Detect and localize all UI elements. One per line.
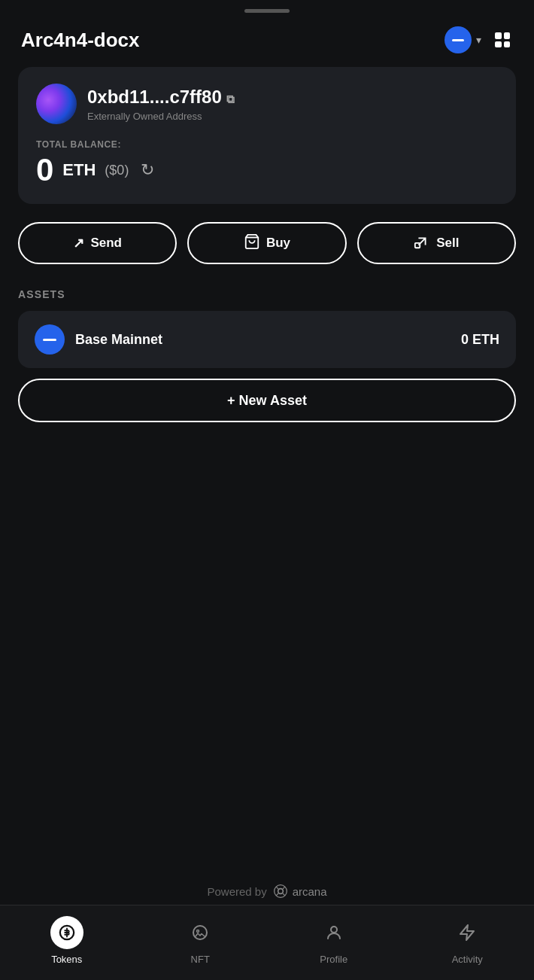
- svg-point-2: [278, 889, 283, 894]
- header: Arc4n4-docx ▾: [0, 19, 534, 67]
- profile-label: Profile: [320, 954, 347, 965]
- send-label: Send: [90, 236, 122, 251]
- qr-grid-button[interactable]: [492, 29, 513, 50]
- app-title: Arc4n4-docx: [21, 29, 140, 52]
- balance-value: 0: [36, 154, 53, 186]
- header-actions: ▾: [444, 26, 513, 53]
- assets-section: ASSETS Base Mainnet 0 ETH + New Asset: [0, 288, 534, 422]
- send-icon: ↗: [73, 235, 84, 251]
- asset-left: Base Mainnet: [35, 324, 162, 355]
- chevron-down-icon: ▾: [476, 34, 481, 46]
- action-buttons: ↗ Send Buy Sell: [0, 222, 534, 264]
- sell-button[interactable]: Sell: [357, 222, 516, 264]
- asset-item[interactable]: Base Mainnet 0 ETH: [18, 311, 516, 368]
- base-mainnet-icon: [35, 324, 65, 355]
- balance-label: TOTAL BALANCE:: [36, 139, 498, 150]
- balance-usd: ($0): [105, 163, 129, 178]
- buy-icon: [244, 233, 260, 254]
- wallet-top: 0xbd11....c7ff80 ⧉ Externally Owned Addr…: [36, 84, 498, 124]
- new-asset-button[interactable]: + New Asset: [18, 379, 516, 422]
- send-button[interactable]: ↗ Send: [18, 222, 177, 264]
- svg-point-6: [331, 927, 337, 933]
- nft-icon: [191, 924, 209, 942]
- nft-icon-wrap: [184, 916, 217, 949]
- profile-icon: [325, 924, 343, 942]
- arcana-icon: [273, 884, 288, 899]
- nav-item-activity[interactable]: Activity: [437, 916, 497, 965]
- nav-item-tokens[interactable]: Tokens: [37, 916, 97, 965]
- activity-icon: [458, 924, 476, 942]
- balance-unit: ETH: [62, 160, 96, 180]
- assets-label: ASSETS: [18, 288, 516, 300]
- powered-by-text: Powered by: [207, 885, 266, 898]
- profile-icon-wrap: [317, 916, 350, 949]
- arcana-brand: arcana: [293, 885, 327, 898]
- asset-balance: 0 ETH: [461, 332, 499, 348]
- nft-label: NFT: [191, 954, 210, 965]
- drag-handle: [0, 0, 534, 19]
- buy-label: Buy: [266, 236, 290, 251]
- bag-icon: [244, 233, 260, 250]
- svg-point-5: [197, 930, 199, 933]
- wallet-info: 0xbd11....c7ff80 ⧉ Externally Owned Addr…: [87, 87, 235, 122]
- copy-address-button[interactable]: ⧉: [226, 93, 235, 105]
- wallet-address-row: 0xbd11....c7ff80 ⧉: [87, 87, 235, 108]
- bottom-nav: Tokens NFT Profile Activity: [0, 905, 534, 980]
- new-asset-label: + New Asset: [227, 393, 307, 409]
- nav-item-profile[interactable]: Profile: [304, 916, 364, 965]
- activity-label: Activity: [452, 954, 483, 965]
- refresh-balance-button[interactable]: ↻: [141, 160, 154, 180]
- sell-label: Sell: [436, 236, 459, 251]
- tokens-label: Tokens: [51, 954, 82, 965]
- wallet-address: 0xbd11....c7ff80: [87, 87, 222, 107]
- wallet-type: Externally Owned Address: [87, 111, 235, 122]
- nav-item-nft[interactable]: NFT: [170, 916, 230, 965]
- account-icon: [444, 26, 472, 53]
- sell-hand-icon: [414, 233, 430, 250]
- arcana-logo: arcana: [273, 884, 327, 899]
- tokens-icon-wrap: [50, 916, 83, 949]
- tokens-icon: [59, 924, 75, 941]
- sell-icon: [414, 233, 430, 254]
- activity-icon-wrap: [451, 916, 484, 949]
- powered-by: Powered by arcana: [0, 884, 534, 899]
- wallet-card: 0xbd11....c7ff80 ⧉ Externally Owned Addr…: [18, 67, 516, 204]
- svg-point-4: [193, 926, 207, 939]
- buy-button[interactable]: Buy: [187, 222, 346, 264]
- balance-row: 0 ETH ($0) ↻: [36, 154, 498, 186]
- avatar: [36, 84, 77, 124]
- account-button[interactable]: ▾: [444, 26, 481, 53]
- asset-name: Base Mainnet: [75, 332, 162, 348]
